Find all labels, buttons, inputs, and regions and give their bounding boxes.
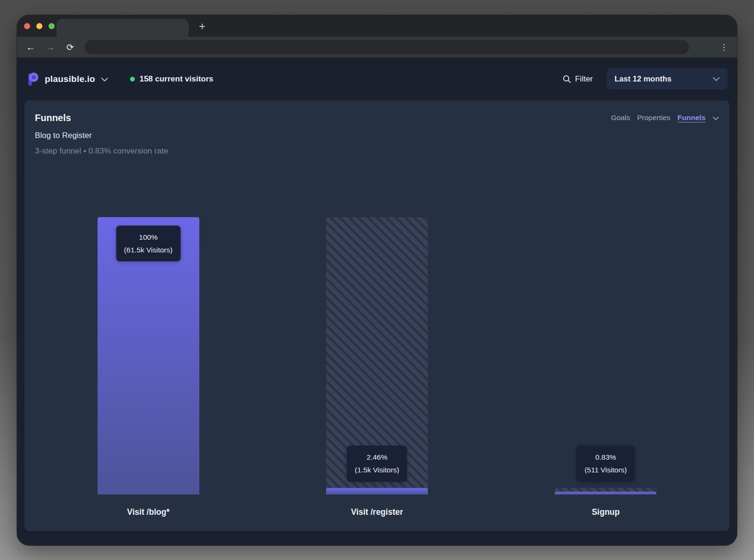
window-controls	[24, 23, 55, 29]
back-icon[interactable]: ←	[25, 42, 36, 52]
funnel-step: 0.83% (511 Visitors) Signup	[492, 217, 720, 517]
page-content: plausible.io 158 current visitors Filter…	[17, 57, 737, 545]
plausible-logo-icon	[26, 72, 39, 86]
funnel-step-plot: 100% (61.5k Visitors)	[98, 217, 199, 495]
tooltip-percent: 0.83%	[584, 451, 627, 463]
funnel-tooltip: 100% (61.5k Visitors)	[116, 226, 180, 261]
tooltip-visitors: (61.5k Visitors)	[124, 243, 172, 256]
tooltip-percent: 2.46%	[355, 451, 399, 463]
tooltip-visitors: (1.5k Visitors)	[355, 463, 399, 476]
panel-tabs: Goals Properties Funnels	[611, 114, 719, 122]
funnel-bar[interactable]	[326, 488, 428, 495]
site-chevron-down-icon[interactable]	[101, 77, 108, 82]
filter-button[interactable]: Filter	[563, 74, 593, 84]
funnel-step-plot: 0.83% (511 Visitors)	[555, 217, 656, 495]
funnel-chart: 100% (61.5k Visitors) Visit /blog* 2.46%…	[34, 217, 720, 517]
date-chevron-down-icon	[713, 77, 720, 81]
browser-window: + ← → ⟳ ⋮ plausible.io 158 current visit…	[17, 15, 737, 545]
funnel-bar[interactable]	[555, 492, 656, 495]
date-range-select[interactable]: Last 12 months	[607, 68, 728, 89]
zoom-window-button[interactable]	[49, 23, 55, 29]
browser-menu-icon[interactable]: ⋮	[719, 42, 729, 52]
funnel-step: 2.46% (1.5k Visitors) Visit /register	[262, 217, 491, 517]
funnel-tooltip: 2.46% (1.5k Visitors)	[347, 446, 407, 481]
funnel-step-plot: 2.46% (1.5k Visitors)	[326, 217, 428, 495]
site-name[interactable]: plausible.io	[45, 74, 95, 84]
funnel-step-label: Visit /register	[351, 507, 403, 517]
tooltip-visitors: (511 Visitors)	[584, 463, 627, 476]
funnel-step-label: Signup	[592, 507, 620, 517]
tabs-chevron-down-icon[interactable]	[713, 116, 719, 121]
reload-icon[interactable]: ⟳	[65, 43, 75, 52]
date-range-value: Last 12 months	[615, 74, 672, 83]
funnel-meta: 3-step funnel • 0.83% conversion rate	[35, 146, 720, 156]
tab-goals[interactable]: Goals	[611, 114, 630, 122]
funnels-panel: Funnels Blog to Register 3-step funnel •…	[25, 100, 729, 531]
forward-icon[interactable]: →	[45, 42, 56, 52]
browser-tab-bar: +	[17, 15, 737, 37]
tab-funnels[interactable]: Funnels	[678, 114, 705, 122]
new-tab-button[interactable]: +	[194, 19, 210, 35]
current-visitors[interactable]: 158 current visitors	[130, 74, 213, 84]
funnel-step: 100% (61.5k Visitors) Visit /blog*	[34, 217, 262, 517]
address-bar[interactable]	[85, 40, 689, 54]
funnel-step-label: Visit /blog*	[127, 507, 170, 517]
browser-toolbar: ← → ⟳ ⋮	[17, 37, 737, 57]
browser-tab[interactable]	[57, 19, 188, 37]
current-visitors-label: 158 current visitors	[139, 74, 213, 84]
filter-label: Filter	[575, 74, 593, 84]
funnel-tooltip: 0.83% (511 Visitors)	[576, 446, 635, 481]
tooltip-percent: 100%	[124, 231, 172, 243]
funnel-name: Blog to Register	[35, 131, 720, 140]
close-window-button[interactable]	[24, 23, 30, 29]
search-icon	[563, 75, 571, 83]
minimize-window-button[interactable]	[36, 23, 42, 29]
app-header: plausible.io 158 current visitors Filter…	[25, 57, 729, 100]
live-dot-icon	[130, 77, 135, 81]
tab-properties[interactable]: Properties	[637, 114, 671, 122]
